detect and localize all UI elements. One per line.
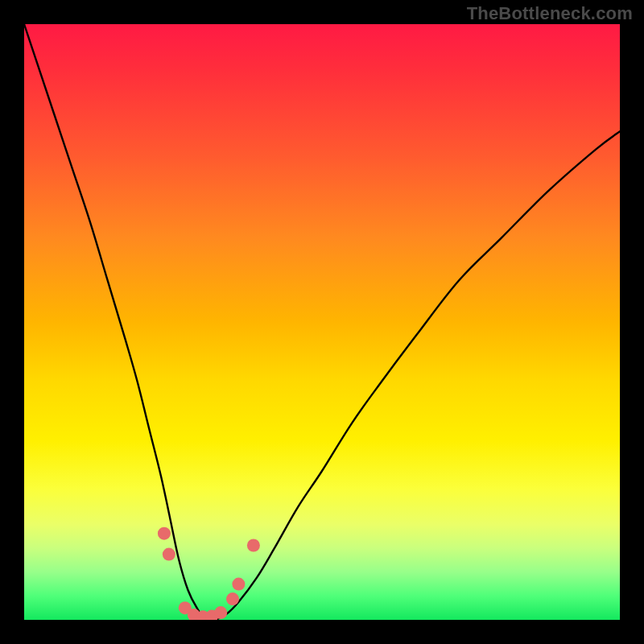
- plot-area: [24, 24, 620, 620]
- marker-dot: [163, 548, 175, 561]
- marker-dot: [158, 527, 171, 540]
- curve-layer: [24, 24, 620, 620]
- marker-dot: [226, 592, 239, 605]
- marker-dot: [214, 606, 227, 619]
- chart-frame: TheBottleneck.com: [0, 0, 644, 644]
- marker-dot: [247, 539, 260, 552]
- marker-dot: [232, 578, 245, 591]
- curve-markers: [158, 527, 260, 620]
- bottleneck-curve: [24, 24, 620, 620]
- watermark-text: TheBottleneck.com: [467, 3, 633, 24]
